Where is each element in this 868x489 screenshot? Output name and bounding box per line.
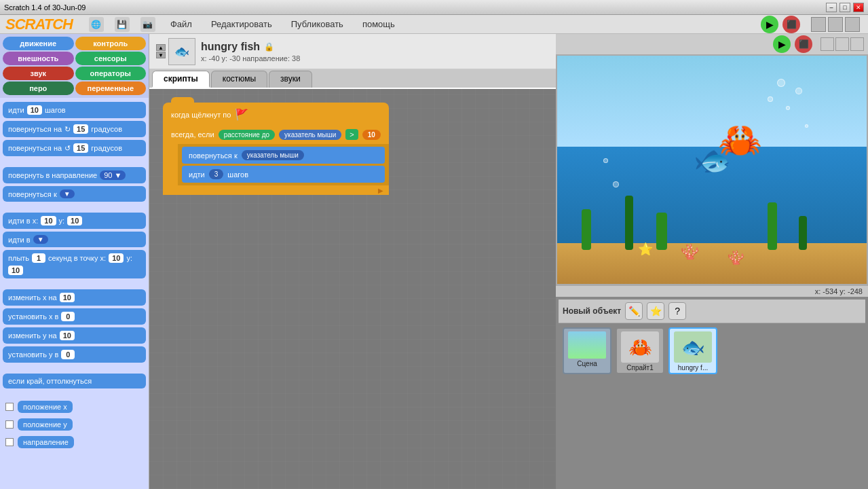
seaweed-3 bbox=[656, 213, 667, 250]
hat-block[interactable]: когда щёлкнут по 🚩 bbox=[163, 103, 389, 125]
tab-scripts[interactable]: скрипты bbox=[152, 71, 210, 88]
sprite-2-name: hungry f... bbox=[671, 364, 715, 372]
paint-sprite-button[interactable]: ✏️ bbox=[625, 302, 643, 320]
block-set-y[interactable]: установить y в 0 bbox=[3, 346, 146, 363]
cat-operators-button[interactable]: операторы bbox=[75, 67, 147, 80]
block-set-y-num[interactable]: 0 bbox=[61, 350, 75, 359]
menu-help[interactable]: помощь bbox=[358, 18, 399, 31]
scratch-logo: SCRATCH bbox=[5, 16, 73, 33]
save-icon[interactable]: 💾 bbox=[115, 17, 130, 32]
block-glide-x[interactable]: 10 bbox=[109, 253, 124, 263]
block-glide-y[interactable]: 10 bbox=[8, 266, 23, 275]
sprite-coords: x: -40 y: -30 направление: 38 bbox=[201, 54, 300, 62]
view-medium-button[interactable] bbox=[828, 17, 843, 32]
help-sprite-button[interactable]: ? bbox=[668, 302, 686, 320]
script-stack: когда щёлкнут по 🚩 всегда, если расстоян… bbox=[163, 103, 389, 195]
stage[interactable]: 🪸 🪸 ⭐ 🦀 🐟 bbox=[556, 54, 868, 285]
cat-control-button[interactable]: контроль bbox=[75, 37, 147, 50]
block-glide[interactable]: плыть 1 секунд в точку x: 10 y: 10 bbox=[3, 250, 146, 278]
block-change-y[interactable]: изменить y на 10 bbox=[3, 327, 146, 344]
cat-variables-button[interactable]: переменные bbox=[75, 82, 147, 95]
block-go-xy-y[interactable]: 10 bbox=[67, 216, 82, 225]
tab-costumes[interactable]: костюмы bbox=[211, 71, 267, 88]
block-turn-ccw[interactable]: повернуться на ↺ 15 градусов bbox=[3, 140, 146, 156]
menu-publish[interactable]: Публиковать bbox=[287, 18, 347, 31]
cat-looks-button[interactable]: внешность bbox=[3, 52, 74, 65]
tab-sounds[interactable]: звуки bbox=[269, 71, 312, 88]
block-set-x-num[interactable]: 0 bbox=[61, 312, 75, 321]
block-move-num[interactable]: 10 bbox=[27, 105, 42, 115]
move-steps-val[interactable]: 3 bbox=[209, 169, 224, 179]
sprite-prev-button[interactable]: ▲ bbox=[156, 44, 166, 51]
block-turn-cw[interactable]: повернуться на ↻ 15 градусов bbox=[3, 121, 146, 137]
sprite-thumbnail: 🐟 bbox=[168, 38, 195, 65]
stage-small-view[interactable] bbox=[820, 37, 834, 51]
maximize-button[interactable]: □ bbox=[839, 3, 850, 12]
var-dir: направление bbox=[3, 435, 146, 450]
block-go-xy-x[interactable]: 10 bbox=[41, 216, 56, 225]
block-change-x-num[interactable]: 10 bbox=[60, 293, 75, 302]
view-large-button[interactable] bbox=[845, 17, 860, 32]
stage-normal-view[interactable] bbox=[835, 37, 849, 51]
menu-edit[interactable]: Редактировать bbox=[207, 18, 276, 31]
block-glide-mid: секунд в точку x: bbox=[48, 254, 106, 262]
gt-value[interactable]: 10 bbox=[362, 130, 381, 140]
green-flag-button[interactable]: ▶ bbox=[761, 16, 778, 33]
move-steps-block[interactable]: идти 3 шагов bbox=[182, 166, 385, 183]
stage-green-flag[interactable]: ▶ bbox=[773, 35, 791, 53]
block-go-xy-label: идти в x: bbox=[8, 217, 38, 225]
block-change-y-num[interactable]: 10 bbox=[60, 331, 75, 340]
var-y-checkbox[interactable] bbox=[5, 420, 14, 429]
var-y-block[interactable]: положение y bbox=[18, 418, 73, 431]
block-move-label: идти bbox=[8, 106, 24, 114]
cat-sound-button[interactable]: звук bbox=[3, 67, 74, 80]
stage-full-view[interactable] bbox=[850, 37, 864, 51]
cat-sensing-button[interactable]: сенсоры bbox=[75, 52, 147, 65]
globe-icon[interactable]: 🌐 bbox=[89, 17, 104, 32]
star-sprite-button[interactable]: ⭐ bbox=[647, 302, 664, 320]
mouse-pointer-arg2[interactable]: указатель мыши bbox=[242, 150, 304, 160]
block-point-towards[interactable]: повернуться к ▼ bbox=[3, 186, 146, 202]
var-x-block[interactable]: положение x bbox=[18, 401, 73, 413]
block-bounce[interactable]: если край, оттолкнуться bbox=[3, 374, 146, 388]
menubar: SCRATCH 🌐 💾 📷 Файл Редактировать Публико… bbox=[0, 15, 868, 34]
close-button[interactable]: ✕ bbox=[853, 3, 864, 12]
scene-item[interactable]: Сцена bbox=[563, 327, 611, 374]
turn-towards-block[interactable]: повернуться к указатель мыши bbox=[182, 147, 385, 164]
block-point-dir[interactable]: повернуть в направление 90 ▼ bbox=[3, 167, 146, 183]
var-dir-checkbox[interactable] bbox=[5, 438, 14, 446]
block-glide-secs[interactable]: 1 bbox=[32, 253, 45, 263]
forever-if-header[interactable]: всегда, если расстояние до указатель мыш… bbox=[163, 125, 389, 144]
sprite-next-button[interactable]: ▼ bbox=[156, 52, 166, 58]
sprite-header: ▲ ▼ 🐟 hungry fish 🔒 x: -40 y: -30 направ… bbox=[149, 34, 556, 69]
menu-file[interactable]: Файл bbox=[166, 18, 196, 31]
block-set-x[interactable]: установить x в 0 bbox=[3, 308, 146, 325]
block-turn-ccw-num[interactable]: 15 bbox=[73, 143, 88, 153]
block-turn-cw-num[interactable]: 15 bbox=[73, 124, 88, 134]
sprite-name-area: hungry fish 🔒 x: -40 y: -30 направление:… bbox=[201, 41, 300, 62]
gt-operator[interactable]: > bbox=[345, 129, 358, 140]
view-small-button[interactable] bbox=[811, 17, 826, 32]
block-go-xy[interactable]: идти в x: 10 y: 10 bbox=[3, 213, 146, 229]
stop-button[interactable]: ⬛ bbox=[782, 16, 800, 33]
cat-pen-button[interactable]: перо bbox=[3, 82, 74, 95]
block-point-towards-dropdown[interactable]: ▼ bbox=[60, 189, 75, 198]
block-change-x[interactable]: изменить x на 10 bbox=[3, 289, 146, 306]
sprite-item-1[interactable]: 🦀 Спрайт1 bbox=[616, 327, 664, 374]
block-go-to-dropdown[interactable]: ▼ bbox=[33, 235, 48, 244]
block-point-dir-num[interactable]: 90 ▼ bbox=[100, 170, 126, 180]
block-move[interactable]: идти 10 шагов bbox=[3, 102, 146, 118]
block-go-to[interactable]: идти в ▼ bbox=[3, 232, 146, 247]
cat-motion-button[interactable]: движение bbox=[3, 37, 74, 50]
sensing-block[interactable]: расстояние до bbox=[219, 130, 275, 140]
sprite-item-2[interactable]: 🐟 hungry f... bbox=[668, 327, 717, 374]
stage-stop[interactable]: ⬛ bbox=[795, 35, 812, 53]
var-x-pos: положение x bbox=[3, 399, 146, 414]
sprite-2-thumbnail: 🐟 bbox=[674, 331, 712, 363]
camera-icon[interactable]: 📷 bbox=[140, 17, 155, 32]
mouse-pointer-arg1[interactable]: указатель мыши bbox=[279, 130, 341, 140]
var-dir-block[interactable]: направление bbox=[18, 436, 74, 448]
var-x-checkbox[interactable] bbox=[5, 403, 14, 411]
minimize-button[interactable]: – bbox=[826, 3, 837, 12]
scripts-area[interactable]: когда щёлкнут по 🚩 всегда, если расстоян… bbox=[149, 89, 556, 489]
